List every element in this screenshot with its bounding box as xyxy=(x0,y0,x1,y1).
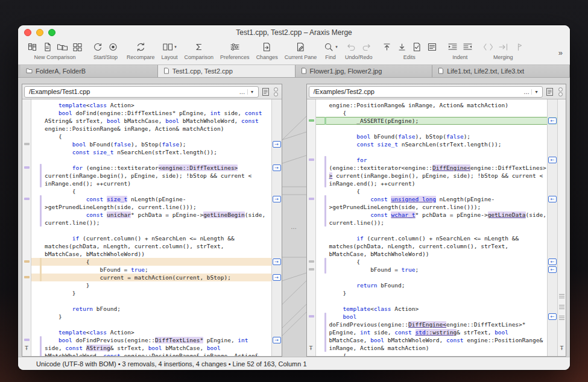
merge-all-button[interactable] xyxy=(511,41,525,53)
code-line[interactable]: bMatchWholeWord, const engine::PositionR… xyxy=(31,352,271,356)
overview-mark[interactable] xyxy=(24,276,30,278)
changes-button[interactable] xyxy=(260,41,274,53)
accept-edit-button[interactable] xyxy=(410,41,424,53)
overview-mark[interactable] xyxy=(309,158,314,161)
layout-button[interactable]: ▾ xyxy=(162,41,177,53)
code-line[interactable]: doFindPrevious(engine::DiffEngine<engine… xyxy=(316,321,548,328)
merge-to-left-arrow-button[interactable]: ← xyxy=(548,117,557,124)
code-line[interactable]: if (current.column() + nSearchLen <= nLe… xyxy=(316,234,548,242)
scroll-sync-icon[interactable] xyxy=(557,87,564,96)
code-line[interactable]: const unsigned long nLength(pEngine- xyxy=(316,195,548,203)
overview-mark[interactable] xyxy=(309,315,314,318)
merge-to-right-arrow-button[interactable]: → xyxy=(273,274,281,281)
path-options-button[interactable]: … xyxy=(238,89,247,95)
code-line[interactable]: matches(pchData, nLength, current.column… xyxy=(316,242,548,250)
previous-change-button[interactable] xyxy=(380,41,394,53)
code-line[interactable]: { xyxy=(316,187,548,195)
code-line[interactable]: const unichar* pchData = pEngine->getLin… xyxy=(31,211,271,219)
new-multi-comparison-button[interactable] xyxy=(71,41,84,53)
toolbar-overflow-button[interactable]: » xyxy=(556,48,565,57)
code-line[interactable]: >getPrunedLineLength(side, current.line(… xyxy=(31,203,271,211)
scroll-sync-icon[interactable] xyxy=(273,87,280,96)
code-line[interactable]: inRange, Action& matchAction) xyxy=(316,344,548,352)
code-line[interactable] xyxy=(31,156,271,164)
code-line[interactable] xyxy=(316,125,548,133)
code-line[interactable]: } xyxy=(31,313,271,321)
hidden-lines-icon[interactable] xyxy=(559,316,564,321)
code-line[interactable]: >getPrunedLineLength(side, current.line(… xyxy=(316,203,548,211)
new-text-comparison-alt-button[interactable] xyxy=(40,41,54,53)
code-line[interactable]: bool doFind(engine::DiffTextLines* pEngi… xyxy=(31,109,271,117)
overview-mark[interactable] xyxy=(309,268,314,271)
merge-to-left-arrow-button[interactable]: ← xyxy=(548,258,557,265)
overview-mark[interactable] xyxy=(24,198,30,200)
merge-to-right-arrow-button[interactable]: → xyxy=(273,164,281,171)
code-line[interactable]: { xyxy=(316,258,548,266)
code-line[interactable]: bMatchCase, bMatchWholeWord)) xyxy=(31,250,271,258)
code-line[interactable]: { xyxy=(31,133,271,140)
merge-to-right-arrow-button[interactable]: → xyxy=(273,337,281,343)
code-line[interactable]: bool bFound(false), bStop(false); xyxy=(316,133,548,140)
code-line[interactable]: bFound = true; xyxy=(316,266,548,274)
code-line[interactable] xyxy=(31,321,271,328)
code-line[interactable]: for xyxy=(316,156,548,164)
overview-mark[interactable] xyxy=(309,119,314,122)
code-line[interactable]: { xyxy=(31,258,271,266)
hidden-lines-icon[interactable] xyxy=(559,305,564,310)
code-line[interactable]: { xyxy=(31,187,271,195)
code-line[interactable]: bool doFindPrevious(engine::DiffTextLine… xyxy=(31,336,271,344)
next-change-button[interactable] xyxy=(395,41,409,53)
undo-button[interactable] xyxy=(344,41,358,53)
find-button[interactable]: ▾ xyxy=(323,41,338,53)
path-dropdown-button[interactable]: ▾ xyxy=(247,89,257,95)
edit-list-button[interactable] xyxy=(425,41,439,53)
code-line[interactable]: > current(inRange.begin(), pEngine, side… xyxy=(316,172,548,180)
code-line[interactable]: template<class Action> xyxy=(316,305,548,313)
merge-right-button[interactable] xyxy=(496,41,510,53)
code-line[interactable]: template<class Action> xyxy=(31,101,271,109)
code-line[interactable]: const wchar_t* pchData = pEngine->getLin… xyxy=(316,211,548,219)
code-line[interactable]: return bFound; xyxy=(31,305,271,313)
new-folder-comparison-button[interactable] xyxy=(55,41,69,53)
code-line[interactable] xyxy=(316,148,548,156)
code-line[interactable]: if (current.column() + nSearchLen <= nLe… xyxy=(31,234,271,242)
code-line[interactable]: _ASSERTE(pEngine); xyxy=(316,117,548,125)
code-line[interactable]: } xyxy=(31,281,271,289)
tab-test1-cpp-test2-cpp[interactable]: Test1.cpp, Test2.cpp xyxy=(158,65,296,77)
increase-indent-button[interactable] xyxy=(446,41,460,53)
stop-button[interactable] xyxy=(106,41,120,53)
code-line[interactable]: { xyxy=(316,109,548,117)
code-line[interactable]: matches(pchData, nLength, current.column… xyxy=(31,242,271,250)
code-line[interactable]: bool xyxy=(316,313,548,321)
file-path-field[interactable]: /Examples/Test2.cpp…▾ xyxy=(309,86,543,98)
code-line[interactable]: } xyxy=(31,289,271,297)
tab-foldera-folderb[interactable]: FolderA, FolderB xyxy=(21,65,158,77)
overview-mark[interactable] xyxy=(24,260,30,263)
overview-mark[interactable] xyxy=(24,143,30,145)
overview-mark[interactable] xyxy=(24,339,30,341)
overview-strip[interactable]: Ŧ xyxy=(307,99,316,356)
decrease-indent-button[interactable] xyxy=(461,41,475,53)
code-line[interactable]: { xyxy=(316,352,548,356)
code-line[interactable] xyxy=(316,297,548,305)
code-line[interactable] xyxy=(316,227,548,234)
code-line[interactable]: current.line()); xyxy=(31,219,271,227)
merge-to-right-arrow-button[interactable]: → xyxy=(273,258,281,265)
code-line[interactable]: bFound = true; xyxy=(31,266,271,274)
tab-life1-txt-life2-txt-life3-txt[interactable]: Life1.txt, Life2.txt, Life3.txt xyxy=(432,65,570,77)
code-area[interactable]: engine::PositionRange& inRange, Action& … xyxy=(316,99,548,356)
code-line[interactable]: const size_t nSearchLen(strText.length()… xyxy=(316,140,548,148)
hidden-lines-icon[interactable] xyxy=(559,294,564,299)
file-path-field[interactable]: /Examples/Test1.cpp…▾ xyxy=(24,86,259,98)
merge-to-right-arrow-button[interactable]: → xyxy=(273,196,281,202)
code-line[interactable]: (engine::textiterator<engine::DiffEngine… xyxy=(316,164,548,172)
path-options-button[interactable]: … xyxy=(522,89,531,95)
recompare-button[interactable] xyxy=(134,41,148,53)
code-line[interactable]: inRange.end(); ++current) xyxy=(31,180,271,187)
code-line[interactable]: const size_t nSearchLen(strText.length()… xyxy=(31,148,271,156)
merge-to-left-arrow-button[interactable]: ← xyxy=(548,196,557,202)
comparison-button[interactable] xyxy=(192,41,206,53)
redo-button[interactable] xyxy=(359,41,373,53)
pane-menu-icon[interactable] xyxy=(261,87,271,97)
code-line[interactable]: return bFound; xyxy=(316,281,548,289)
